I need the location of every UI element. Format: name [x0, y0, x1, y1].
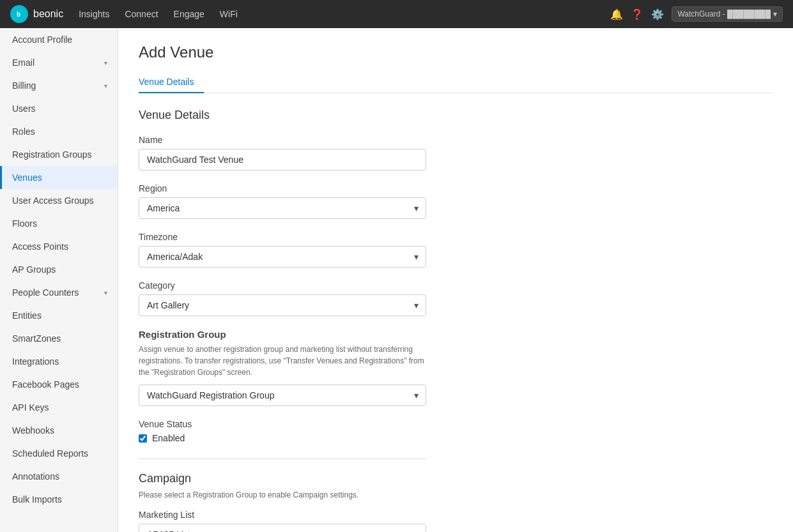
reg-group-label: Registration Group: [139, 329, 773, 340]
sidebar-label-smartzones: SmartZones: [12, 333, 61, 344]
category-select[interactable]: Art Gallery Restaurant Retail Hotel: [139, 294, 426, 316]
sidebar-item-roles[interactable]: Roles: [0, 120, 118, 143]
svg-text:b: b: [17, 11, 20, 18]
brand-name: beonic: [33, 8, 63, 20]
help-icon[interactable]: ❓: [631, 8, 643, 20]
sidebar-item-facebook-pages[interactable]: Facebook Pages: [0, 373, 118, 396]
sidebar: Account Profile Email ▾ Billing ▾ Users …: [0, 28, 118, 532]
sidebar-label-access-points: Access Points: [12, 241, 68, 252]
top-nav: b beonic Insights Connect Engage WiFi 🔔 …: [0, 0, 793, 28]
account-selector[interactable]: WatchGuard - ████████ ▾: [672, 6, 783, 22]
sidebar-label-facebook-pages: Facebook Pages: [12, 379, 79, 390]
content-area: Add Venue Venue Details Venue Details Na…: [118, 28, 793, 532]
venue-status-group: Venue Status Enabled: [139, 419, 773, 443]
region-label: Region: [139, 183, 773, 194]
marketing-list-group: Marketing List AP125 List ▾: [139, 510, 773, 532]
nav-insights[interactable]: Insights: [79, 6, 109, 22]
category-group: Category Art Gallery Restaurant Retail H…: [139, 280, 773, 316]
nav-items: Insights Connect Engage WiFi: [79, 6, 610, 22]
sidebar-label-user-access-groups: User Access Groups: [12, 195, 94, 206]
sidebar-item-registration-groups[interactable]: Registration Groups: [0, 143, 118, 166]
name-label: Name: [139, 135, 773, 145]
reg-group-select-wrapper: WatchGuard Registration Group ▾: [139, 384, 426, 406]
name-input[interactable]: [139, 149, 426, 171]
enabled-label[interactable]: Enabled: [152, 433, 185, 443]
page-title: Add Venue: [139, 43, 773, 61]
enabled-checkbox-row: Enabled: [139, 433, 773, 443]
region-select-wrapper: America Europe Asia Pacific ▾: [139, 197, 426, 219]
reg-group-select[interactable]: WatchGuard Registration Group: [139, 384, 426, 406]
sidebar-label-registration-groups: Registration Groups: [12, 149, 92, 160]
timezone-group: Timezone America/Adak America/Chicago Am…: [139, 232, 773, 268]
marketing-list-select-wrapper: AP125 List ▾: [139, 524, 426, 532]
campaign-note: Please select a Registration Group to en…: [139, 490, 773, 499]
nav-engage[interactable]: Engage: [174, 6, 204, 22]
sidebar-label-roles: Roles: [12, 126, 35, 137]
campaign-section: Campaign Please select a Registration Gr…: [139, 472, 773, 532]
sidebar-label-annotations: Annotations: [12, 471, 59, 482]
sidebar-item-venues[interactable]: Venues: [0, 166, 118, 189]
sidebar-item-smartzones[interactable]: SmartZones: [0, 327, 118, 350]
sidebar-item-access-points[interactable]: Access Points: [0, 235, 118, 258]
sidebar-item-webhooks[interactable]: Webhooks: [0, 419, 118, 442]
registration-group-group: Registration Group Assign venue to anoth…: [139, 329, 773, 406]
sidebar-label-integrations: Integrations: [12, 356, 59, 367]
divider: [139, 459, 426, 459]
campaign-title: Campaign: [139, 472, 773, 485]
sidebar-item-ap-groups[interactable]: AP Groups: [0, 258, 118, 281]
main-layout: Account Profile Email ▾ Billing ▾ Users …: [0, 28, 793, 532]
sidebar-item-bulk-imports[interactable]: Bulk Imports: [0, 488, 118, 511]
sidebar-item-user-access-groups[interactable]: User Access Groups: [0, 189, 118, 212]
tab-bar: Venue Details: [139, 72, 773, 93]
sidebar-label-account-profile: Account Profile: [12, 34, 72, 45]
sidebar-label-ap-groups: AP Groups: [12, 264, 56, 275]
account-selector-label: WatchGuard - ████████: [677, 10, 771, 19]
section-title: Venue Details: [139, 109, 773, 122]
marketing-list-select[interactable]: AP125 List: [139, 524, 426, 532]
enabled-checkbox[interactable]: [139, 434, 147, 443]
sidebar-label-scheduled-reports: Scheduled Reports: [12, 448, 88, 459]
sidebar-label-floors: Floors: [12, 218, 37, 229]
sidebar-item-floors[interactable]: Floors: [0, 212, 118, 235]
timezone-select[interactable]: America/Adak America/Chicago America/New…: [139, 246, 426, 268]
name-group: Name: [139, 135, 773, 171]
nav-icons: 🔔 ❓ ⚙️ WatchGuard - ████████ ▾: [610, 6, 783, 22]
sidebar-label-billing: Billing: [12, 80, 36, 91]
region-select[interactable]: America Europe Asia Pacific: [139, 197, 426, 219]
marketing-list-label: Marketing List: [139, 510, 773, 520]
brand: b beonic: [10, 5, 63, 23]
sidebar-item-api-keys[interactable]: API Keys: [0, 396, 118, 419]
sidebar-item-entities[interactable]: Entities: [0, 304, 118, 327]
sidebar-item-email[interactable]: Email ▾: [0, 51, 118, 74]
sidebar-item-account-profile[interactable]: Account Profile: [0, 28, 118, 51]
sidebar-label-users: Users: [12, 103, 36, 114]
sidebar-item-scheduled-reports[interactable]: Scheduled Reports: [0, 442, 118, 465]
sidebar-label-venues: Venues: [12, 172, 42, 183]
account-selector-chevron: ▾: [773, 10, 777, 19]
reg-group-desc: Assign venue to another registration gro…: [139, 344, 426, 378]
brand-logo: b: [10, 5, 28, 23]
nav-wifi[interactable]: WiFi: [220, 6, 238, 22]
sidebar-label-webhooks: Webhooks: [12, 425, 54, 436]
sidebar-item-users[interactable]: Users: [0, 97, 118, 120]
chevron-down-icon: ▾: [104, 59, 107, 66]
bell-icon[interactable]: 🔔: [610, 8, 623, 20]
sidebar-item-billing[interactable]: Billing ▾: [0, 74, 118, 97]
sidebar-item-annotations[interactable]: Annotations: [0, 465, 118, 488]
timezone-label: Timezone: [139, 232, 773, 242]
sidebar-item-integrations[interactable]: Integrations: [0, 350, 118, 373]
sidebar-label-api-keys: API Keys: [12, 402, 49, 413]
region-group: Region America Europe Asia Pacific ▾: [139, 183, 773, 219]
category-select-wrapper: Art Gallery Restaurant Retail Hotel ▾: [139, 294, 426, 316]
chevron-down-icon: ▾: [104, 289, 107, 296]
sidebar-item-people-counters[interactable]: People Counters ▾: [0, 281, 118, 304]
settings-icon[interactable]: ⚙️: [651, 8, 664, 20]
timezone-select-wrapper: America/Adak America/Chicago America/New…: [139, 246, 426, 268]
sidebar-label-email: Email: [12, 57, 35, 68]
sidebar-label-bulk-imports: Bulk Imports: [12, 494, 62, 505]
tab-venue-details[interactable]: Venue Details: [139, 72, 204, 93]
sidebar-label-entities: Entities: [12, 310, 42, 321]
sidebar-label-people-counters: People Counters: [12, 287, 79, 298]
nav-connect[interactable]: Connect: [125, 6, 158, 22]
venue-status-label: Venue Status: [139, 419, 773, 429]
